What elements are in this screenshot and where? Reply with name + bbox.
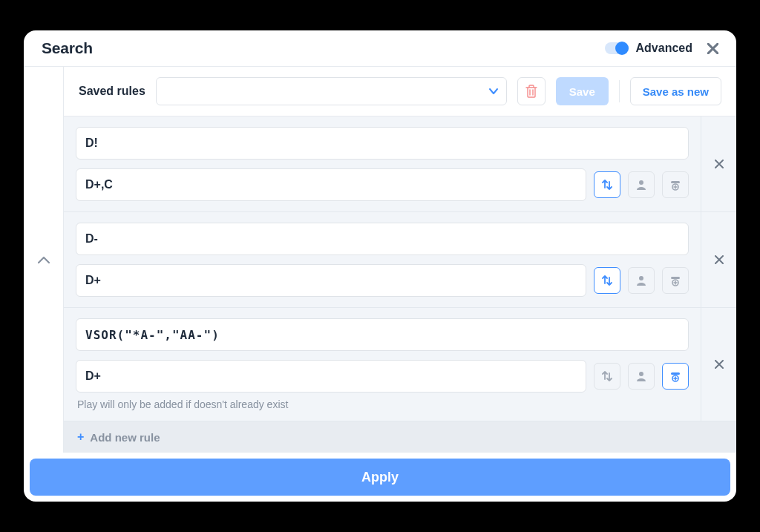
person-icon <box>635 275 647 286</box>
saved-rules-select[interactable] <box>156 77 507 105</box>
close-icon <box>715 255 724 264</box>
rule-action-input[interactable]: D+ <box>76 360 586 393</box>
rule-action-input[interactable]: D+ <box>76 264 586 297</box>
side-column <box>24 67 64 453</box>
advanced-label: Advanced <box>636 42 692 55</box>
rule-main: VSOR("*A-","AA-") D+ <box>64 308 701 421</box>
swap-button[interactable] <box>594 363 620 390</box>
add-play-icon <box>669 370 681 382</box>
chevron-down-icon <box>488 88 499 95</box>
add-play-button[interactable] <box>662 171 689 198</box>
rule-block: D- D+ <box>64 212 736 308</box>
add-rule-label: Add new rule <box>90 431 160 444</box>
trash-icon <box>525 84 538 99</box>
divider <box>619 80 620 102</box>
swap-icon <box>601 179 613 191</box>
person-icon <box>635 370 647 382</box>
add-play-icon <box>669 275 681 286</box>
plus-icon: + <box>77 430 84 444</box>
dialog-body: Saved rules Save Save as new D! D <box>24 67 736 453</box>
main-column: Saved rules Save Save as new D! D <box>64 67 736 453</box>
apply-button[interactable]: Apply <box>30 459 730 496</box>
svg-rect-1 <box>671 181 680 183</box>
remove-rule-button[interactable] <box>701 212 736 307</box>
delete-rule-button[interactable] <box>517 77 546 105</box>
rule-condition-input[interactable]: D! <box>76 127 689 160</box>
advanced-toggle[interactable] <box>605 42 629 54</box>
advanced-toggle-group: Advanced <box>605 42 692 55</box>
assign-button[interactable] <box>628 267 655 294</box>
dialog-title: Search <box>42 39 93 57</box>
add-play-button[interactable] <box>662 267 689 294</box>
svg-point-3 <box>639 276 643 280</box>
dialog-header: Search Advanced <box>24 30 736 67</box>
saved-rules-bar: Saved rules Save Save as new <box>64 67 736 116</box>
rule-block: D! D+,C <box>64 116 736 212</box>
svg-point-0 <box>639 180 643 185</box>
svg-point-6 <box>639 372 643 376</box>
swap-icon <box>601 370 613 382</box>
close-icon <box>715 360 724 369</box>
add-play-button[interactable] <box>662 363 689 390</box>
collapse-button[interactable] <box>37 255 50 264</box>
toggle-knob-icon <box>615 42 629 55</box>
close-icon <box>715 160 724 168</box>
svg-rect-7 <box>671 372 680 375</box>
rule-action-input[interactable]: D+,C <box>76 168 586 201</box>
rule-main: D- D+ <box>64 212 701 307</box>
remove-rule-button[interactable] <box>701 116 736 211</box>
assign-button[interactable] <box>628 171 655 198</box>
rule-hint: Play will only be added if doesn't alrea… <box>76 398 689 410</box>
save-as-new-button[interactable]: Save as new <box>630 77 721 105</box>
add-new-rule-button[interactable]: + Add new rule <box>64 421 736 453</box>
swap-icon <box>601 275 613 286</box>
close-button[interactable] <box>707 43 718 54</box>
header-right: Advanced <box>605 42 718 55</box>
add-play-icon <box>669 179 681 191</box>
swap-button[interactable] <box>594 171 620 198</box>
svg-rect-4 <box>671 277 680 279</box>
remove-rule-button[interactable] <box>701 308 736 421</box>
rule-condition-input[interactable]: D- <box>76 223 689 255</box>
person-icon <box>635 179 647 191</box>
chevron-up-icon <box>37 255 50 264</box>
swap-button[interactable] <box>594 267 620 294</box>
rule-condition-input[interactable]: VSOR("*A-","AA-") <box>76 318 689 351</box>
search-dialog: Search Advanced Saved rules <box>24 30 736 502</box>
save-button[interactable]: Save <box>556 77 609 105</box>
rule-main: D! D+,C <box>64 116 701 211</box>
saved-rules-label: Saved rules <box>79 85 145 98</box>
rule-block: VSOR("*A-","AA-") D+ <box>64 308 736 421</box>
assign-button[interactable] <box>628 363 655 390</box>
close-icon <box>707 43 718 54</box>
rules-area: D! D+,C <box>64 116 736 453</box>
